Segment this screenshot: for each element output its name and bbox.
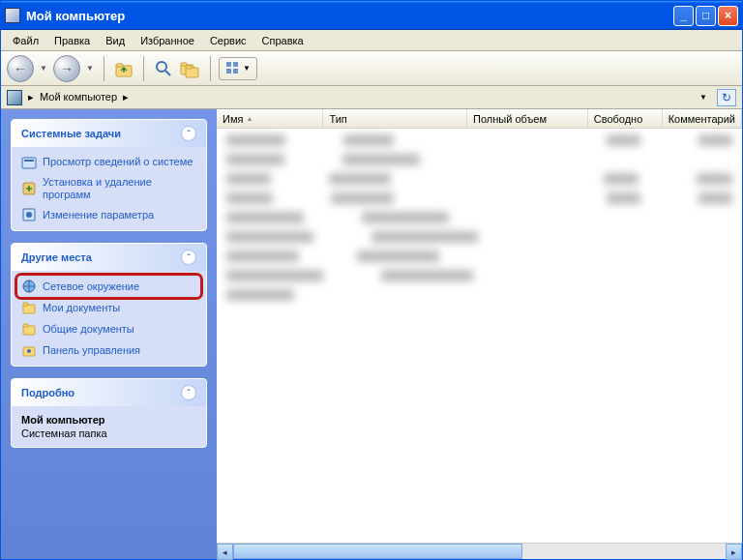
sidebar: Системные задачи ˆ Просмотр сведений о с… [1,109,217,559]
detail-name: Мой компьютер [21,414,196,426]
menubar: Файл Правка Вид Избранное Сервис Справка [1,30,742,51]
menu-view[interactable]: Вид [98,33,133,48]
task-system-info[interactable]: Просмотр сведений о системе [21,155,196,170]
app-icon [5,8,20,23]
forward-button[interactable]: → [53,55,80,82]
column-headers: Имя▲ Тип Полный объем Свободно Комментар… [217,109,742,129]
window-title: Мой компьютер [26,9,673,23]
panel-title: Подробно [21,387,74,398]
column-type[interactable]: Тип [323,109,467,128]
settings-icon [21,207,37,222]
menu-favorites[interactable]: Избранное [133,33,202,48]
explorer-window: Мой компьютер _ □ × Файл Правка Вид Избр… [0,0,743,560]
file-list[interactable] [217,129,742,543]
add-remove-icon [21,181,37,196]
place-control-panel[interactable]: Панель управления [21,342,196,358]
menu-edit[interactable]: Правка [46,33,98,48]
forward-dropdown[interactable]: ▼ [84,55,96,82]
column-name[interactable]: Имя▲ [217,109,323,128]
panel-body: Просмотр сведений о системе Установка и … [12,147,206,230]
computer-icon [7,90,22,105]
task-label: Просмотр сведений о системе [43,156,193,168]
control-panel-icon [21,342,37,358]
svg-rect-5 [181,63,187,66]
mydocs-icon [21,300,37,315]
svg-rect-12 [22,158,36,168]
network-icon [21,279,37,294]
column-comment[interactable]: Комментарий [663,109,742,128]
sort-asc-icon: ▲ [246,115,253,122]
panel-header[interactable]: Системные задачи ˆ [12,120,206,147]
separator [210,56,211,81]
column-free[interactable]: Свободно [588,109,663,128]
panel-header[interactable]: Другие места ˆ [12,244,206,271]
svg-line-3 [165,71,170,75]
panel-title: Системные задачи [21,128,121,139]
refresh-button[interactable]: ↻ [717,89,736,106]
shared-docs-icon [21,321,37,337]
panel-body: Мой компьютер Системная папка [12,406,206,447]
menu-file[interactable]: Файл [5,33,46,48]
place-mydocs[interactable]: Мои документы [21,300,196,315]
breadcrumb-sep: ▸ [28,91,34,103]
detail-type: Системная папка [21,427,196,439]
body: Системные задачи ˆ Просмотр сведений о с… [1,109,742,559]
address-path[interactable]: Мой компьютер ▸ [40,91,690,103]
menu-help[interactable]: Справка [254,33,312,48]
svg-rect-10 [226,69,231,74]
panel-body: Сетевое окружение Мои документы Общие до… [12,271,206,366]
separator [143,56,144,81]
chevron-down-icon: ▼ [243,64,251,73]
search-icon[interactable] [152,57,175,80]
panel-system-tasks: Системные задачи ˆ Просмотр сведений о с… [11,119,207,231]
scroll-thumb[interactable] [233,544,522,559]
svg-point-23 [27,349,31,353]
address-bar: ▸ Мой компьютер ▸ ▼ ↻ [1,86,742,109]
address-dropdown[interactable]: ▼ [696,93,711,102]
svg-rect-1 [116,64,123,67]
panel-header[interactable]: Подробно ˆ [12,379,206,406]
window-buttons: _ □ × [673,6,738,26]
panel-other-places: Другие места ˆ Сетевое окружение Мои док… [11,243,207,367]
collapse-icon[interactable]: ˆ [181,385,196,400]
svg-rect-21 [23,324,28,327]
svg-rect-8 [226,62,231,67]
blurred-content [217,129,742,314]
svg-point-16 [26,212,32,218]
folders-icon[interactable] [179,57,202,80]
place-label: Сетевое окружение [43,280,139,293]
info-icon [21,155,37,170]
collapse-icon[interactable]: ˆ [181,126,196,141]
place-label: Панель управления [43,344,140,357]
back-button[interactable]: ← [7,55,34,82]
task-add-remove[interactable]: Установка и удаление программ [21,176,196,201]
views-button[interactable]: ▼ [219,57,257,80]
task-label: Изменение параметра [43,209,154,221]
toolbar: ← ▼ → ▼ ▼ [1,51,742,86]
task-label: Установка и удаление программ [43,176,196,201]
place-label: Общие документы [43,323,134,336]
scroll-left-button[interactable]: ◂ [217,544,233,560]
column-total[interactable]: Полный объем [467,109,588,128]
svg-point-2 [157,62,166,72]
scroll-track[interactable] [522,544,726,559]
content-pane: Имя▲ Тип Полный объем Свободно Комментар… [217,109,742,559]
place-label: Мои документы [43,302,120,314]
svg-rect-11 [233,69,238,74]
menu-tools[interactable]: Сервис [202,33,254,48]
up-folder-icon[interactable] [112,57,135,80]
task-change-setting[interactable]: Изменение параметра [21,207,196,222]
close-button[interactable]: × [718,6,738,26]
maximize-button[interactable]: □ [696,6,716,26]
svg-rect-9 [233,62,238,67]
collapse-icon[interactable]: ˆ [181,250,196,265]
minimize-button[interactable]: _ [673,6,694,26]
titlebar[interactable]: Мой компьютер _ □ × [1,1,742,30]
scroll-right-button[interactable]: ▸ [726,544,742,560]
svg-rect-13 [24,160,34,162]
separator [104,56,104,81]
place-shared-docs[interactable]: Общие документы [21,321,196,337]
horizontal-scrollbar[interactable]: ◂ ▸ [217,543,742,559]
place-network[interactable]: Сетевое окружение [17,276,200,297]
back-dropdown[interactable]: ▼ [38,55,49,82]
